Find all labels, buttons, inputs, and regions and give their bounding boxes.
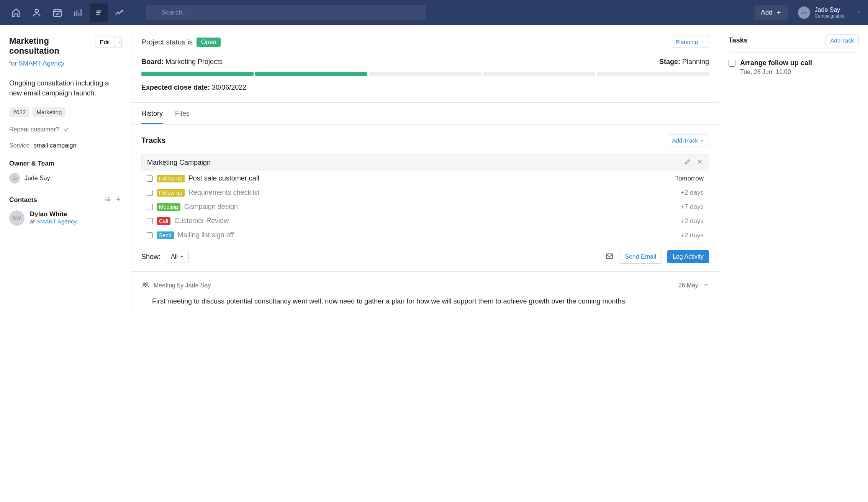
people-icon	[141, 281, 149, 290]
track-badge: Follow-up	[157, 175, 185, 182]
track-badge: Call	[157, 217, 170, 225]
list-icon[interactable]	[104, 196, 111, 204]
repeat-label: Repeat customer?	[9, 126, 59, 133]
track-item-due: Tomorrow	[675, 175, 704, 182]
contact-row[interactable]: DW Dylan White at SMART Agency	[9, 210, 122, 226]
trend-icon[interactable]	[110, 3, 129, 22]
add-track-button[interactable]: Add Track	[667, 135, 709, 146]
calendar-icon[interactable]	[48, 3, 67, 22]
for-prefix: for	[9, 60, 19, 67]
track-item[interactable]: SendMailing list sign off+2 days	[141, 228, 709, 242]
right-panel: Tasks Add Task Arrange follow up call Tu…	[719, 25, 868, 316]
progress-segment[interactable]	[255, 72, 367, 76]
person-icon[interactable]	[28, 3, 46, 22]
contact-sub: at SMART Agency	[30, 218, 77, 225]
track-checkbox[interactable]	[147, 232, 153, 238]
description: Ongoing consultation including a new ema…	[9, 78, 122, 98]
track-name: Marketing Campaign	[147, 159, 211, 167]
user-org: Campaignable	[815, 13, 844, 19]
track-badge: Meeting	[157, 203, 180, 211]
service-label: Service	[9, 142, 29, 149]
tab-history[interactable]: History	[141, 110, 163, 124]
track-item-name: Requirements checklist	[188, 189, 677, 197]
track-item[interactable]: Follow-upPost sale customer callTomorrow	[141, 171, 709, 185]
tabs: History Files	[131, 103, 719, 125]
home-icon[interactable]	[7, 3, 25, 22]
activity-entry: Meeting by Jade Say 26 May First meeting…	[131, 272, 719, 316]
track-item[interactable]: CallCustomer Review+2 days	[141, 214, 709, 228]
track-item-due: +2 days	[681, 217, 704, 225]
owner-row[interactable]: JS Jade Say	[9, 173, 122, 184]
repeat-customer-field[interactable]: Repeat customer?	[9, 126, 122, 133]
user-menu[interactable]: JS Jade Say Campaignable	[798, 7, 861, 19]
mail-icon[interactable]	[605, 252, 614, 262]
track-checkbox[interactable]	[147, 176, 153, 182]
show-label: Show:	[141, 253, 160, 261]
add-label: Add	[761, 9, 772, 16]
edit-button[interactable]: Edit	[95, 36, 115, 48]
check-icon	[63, 126, 69, 133]
task-checkbox[interactable]	[729, 60, 735, 67]
planning-label: Planning	[676, 39, 698, 45]
status-text: Project status is Open	[141, 38, 221, 47]
for-link[interactable]: SMART Agency	[19, 60, 64, 67]
caret-down-icon	[700, 139, 704, 143]
close-icon[interactable]	[696, 158, 703, 167]
left-panel: Marketing consultation Edit for SMART Ag…	[0, 25, 131, 316]
progress-segment[interactable]	[369, 72, 481, 76]
caret-down-icon	[700, 40, 704, 44]
caret-down-icon	[180, 255, 184, 259]
chevron-down-icon	[857, 9, 861, 16]
track-item-name: Mailing list sign off	[178, 231, 677, 239]
bars-icon[interactable]	[69, 3, 87, 22]
edit-dropdown[interactable]	[115, 36, 122, 48]
send-email-button[interactable]: Send Email	[619, 250, 662, 264]
svg-point-5	[146, 283, 147, 285]
show-filter[interactable]: All	[166, 251, 189, 263]
stage-field: Stage: Planning	[659, 58, 709, 66]
main-panel: Project status is Open Planning Board: M…	[131, 25, 719, 316]
activity-by: Meeting by Jade Say	[154, 282, 211, 289]
tags: 2022Marketing	[9, 107, 122, 117]
progress-bar[interactable]	[131, 66, 719, 76]
tasks-header: Tasks	[729, 36, 748, 44]
for-line: for SMART Agency	[9, 60, 122, 67]
track-item[interactable]: MeetingCampaign design+7 days	[141, 200, 709, 214]
list-icon[interactable]	[90, 3, 108, 22]
svg-point-4	[143, 283, 145, 285]
add-button[interactable]: Add	[755, 5, 788, 20]
task-item[interactable]: Arrange follow up call Tue, 28 Jun, 11:0…	[729, 53, 859, 82]
tag[interactable]: Marketing	[33, 107, 66, 117]
activity-date: 26 May	[678, 282, 698, 289]
edit-button-group: Edit	[95, 36, 122, 48]
service-field: Service email campaign	[9, 142, 122, 149]
tab-files[interactable]: Files	[175, 110, 190, 124]
progress-segment[interactable]	[483, 72, 595, 76]
task-name: Arrange follow up call	[740, 59, 812, 67]
task-date: Tue, 28 Jun, 11:00	[740, 69, 812, 75]
tag[interactable]: 2022	[9, 107, 29, 117]
log-activity-button[interactable]: Log Activity	[667, 250, 709, 263]
track-checkbox[interactable]	[147, 190, 153, 196]
tracks-title: Tracks	[141, 136, 165, 145]
track-item-due: +2 days	[681, 189, 704, 197]
plus-icon	[776, 10, 782, 16]
chevron-down-icon[interactable]	[703, 282, 709, 289]
track-checkbox[interactable]	[147, 204, 153, 210]
track-item[interactable]: Follow-upRequirements checklist+2 days	[141, 185, 709, 200]
owner-name: Jade Say	[25, 175, 50, 182]
track-item-due: +7 days	[681, 203, 704, 211]
add-task-button[interactable]: Add Task	[825, 34, 859, 46]
plus-icon[interactable]	[115, 196, 122, 204]
svg-rect-1	[54, 10, 61, 16]
contact-org-link[interactable]: SMART Agency	[36, 218, 77, 225]
pencil-icon[interactable]	[684, 158, 691, 167]
search-input[interactable]	[146, 5, 426, 20]
user-name: Jade Say	[815, 7, 844, 13]
progress-segment[interactable]	[141, 72, 254, 76]
track-badge: Send	[157, 231, 174, 239]
show-value: All	[171, 253, 178, 260]
progress-segment[interactable]	[597, 72, 709, 76]
track-checkbox[interactable]	[147, 218, 153, 224]
stage-dropdown[interactable]: Planning	[671, 36, 709, 48]
